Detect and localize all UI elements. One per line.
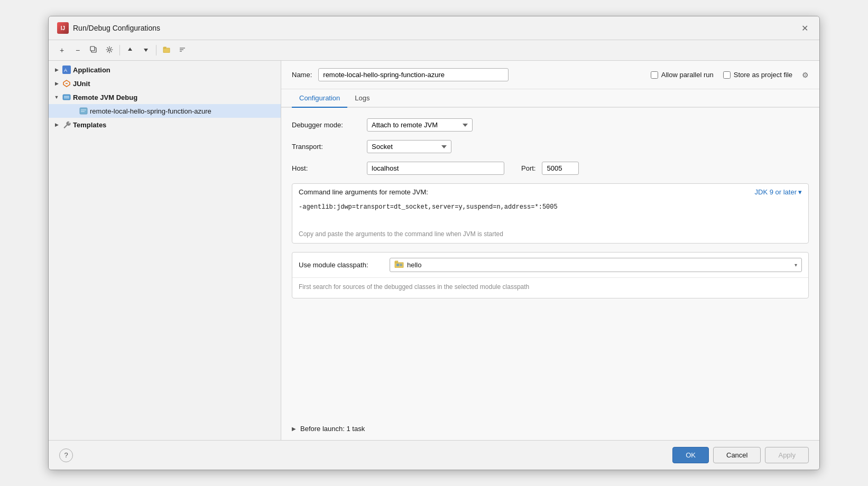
remote-config-icon — [79, 107, 88, 115]
apply-button[interactable]: Apply — [765, 447, 809, 463]
store-as-project-gear-icon[interactable]: ⚙ — [802, 71, 809, 79]
module-classpath-row: Use module classpath: hello — [292, 253, 808, 278]
move-down-button[interactable] — [139, 43, 153, 57]
tab-configuration[interactable]: Configuration — [292, 89, 347, 108]
templates-arrow-icon — [53, 121, 60, 128]
transport-select[interactable]: Socket Shared memory — [367, 140, 451, 153]
bottom-buttons: OK Cancel Apply — [672, 447, 809, 463]
before-launch-section[interactable]: ▶ Before launch: 1 task — [281, 417, 819, 440]
add-icon: + — [60, 46, 64, 54]
templates-label: Templates — [73, 121, 106, 129]
allow-parallel-label[interactable]: Allow parallel run — [651, 71, 714, 79]
host-input[interactable] — [367, 162, 504, 175]
move-down-icon — [143, 46, 149, 54]
name-field-label: Name: — [292, 71, 312, 79]
host-port-row: Host: Port: — [292, 162, 809, 175]
app-logo-icon: IJ — [57, 22, 69, 34]
remote-jvm-icon — [62, 93, 71, 101]
junit-icon — [62, 79, 71, 88]
junit-label: JUnit — [73, 80, 90, 88]
remove-icon: − — [76, 46, 80, 54]
bottom-bar: ? OK Cancel Apply — [49, 440, 819, 470]
toolbar: + − — [49, 40, 819, 61]
sort-button[interactable] — [176, 43, 189, 57]
sort-icon — [179, 46, 186, 55]
jdk-version-link[interactable]: JDK 9 or later ▾ — [755, 188, 802, 196]
svg-rect-17 — [400, 264, 402, 266]
sidebar-item-application[interactable]: A Application — [49, 63, 281, 77]
ok-button[interactable]: OK — [672, 447, 709, 463]
sidebar-item-remote-config[interactable]: remote-local-hello-spring-function-azure — [49, 104, 281, 118]
cancel-button[interactable]: Cancel — [713, 447, 761, 463]
toolbar-separator-2 — [156, 45, 156, 55]
move-up-button[interactable] — [123, 43, 137, 57]
main-content: A Application JUnit — [49, 61, 819, 440]
title-bar: IJ Run/Debug Configurations ✕ — [49, 16, 819, 40]
move-up-icon — [127, 46, 133, 54]
port-input[interactable] — [542, 162, 579, 175]
host-label: Host: — [292, 164, 361, 172]
cmdargs-section: Command line arguments for remote JVM: J… — [292, 183, 809, 244]
configuration-tree: A Application JUnit — [49, 61, 281, 440]
cmdargs-header: Command line arguments for remote JVM: J… — [292, 184, 808, 198]
before-launch-label: Before launch: 1 task — [300, 425, 365, 433]
run-debug-dialog: IJ Run/Debug Configurations ✕ + − — [48, 16, 820, 470]
store-as-project-label[interactable]: Store as project file — [723, 71, 792, 79]
remote-config-label: remote-local-hello-spring-function-azure — [90, 107, 211, 115]
sidebar-item-junit[interactable]: JUnit — [49, 77, 281, 90]
junit-arrow-icon — [53, 80, 60, 87]
settings-button[interactable] — [103, 43, 116, 57]
transport-label: Transport: — [292, 143, 361, 151]
store-as-project-checkbox[interactable] — [723, 71, 731, 79]
sidebar-item-templates[interactable]: Templates — [49, 118, 281, 132]
application-arrow-icon — [53, 66, 60, 73]
module-classpath-section: Use module classpath: hello — [292, 252, 809, 298]
wrench-icon — [62, 120, 71, 129]
debugger-mode-row: Debugger mode: Attach to remote JVM List… — [292, 118, 809, 132]
title-bar-left: IJ Run/Debug Configurations — [57, 22, 160, 34]
close-button[interactable]: ✕ — [798, 22, 811, 34]
cmdargs-label: Command line arguments for remote JVM: — [299, 188, 428, 196]
dialog-title: Run/Debug Configurations — [73, 24, 160, 32]
module-dropdown-arrow-icon: ▾ — [795, 262, 797, 268]
sidebar-item-remote-jvm[interactable]: Remote JVM Debug — [49, 90, 281, 104]
module-classpath-hint: First search for sources of the debugged… — [292, 278, 808, 298]
cmdargs-textarea[interactable]: -agentlib:jdwp=transport=dt_socket,serve… — [292, 198, 808, 226]
svg-rect-13 — [80, 108, 87, 114]
chevron-down-icon: ▾ — [798, 188, 802, 196]
remote-jvm-label: Remote JVM Debug — [73, 94, 137, 101]
application-icon: A — [62, 66, 71, 74]
cmdargs-hint: Copy and paste the arguments to the comm… — [292, 227, 808, 243]
before-launch-arrow-icon: ▶ — [292, 426, 296, 432]
allow-parallel-checkbox[interactable] — [651, 71, 658, 79]
name-input[interactable] — [318, 68, 509, 81]
folder-button[interactable] — [160, 43, 173, 57]
svg-rect-11 — [64, 96, 69, 99]
debugger-mode-select[interactable]: Attach to remote JVM Listen to remote JV… — [367, 118, 473, 132]
module-classpath-value: hello — [407, 261, 791, 269]
help-button[interactable]: ? — [59, 448, 73, 462]
svg-text:A: A — [64, 68, 67, 73]
remote-jvm-arrow-icon — [53, 94, 60, 101]
copy-icon — [90, 46, 97, 55]
application-label: Application — [73, 66, 110, 74]
settings-icon — [106, 46, 113, 55]
remove-configuration-button[interactable]: − — [71, 43, 85, 57]
svg-rect-1 — [90, 46, 95, 51]
checkbox-group: Allow parallel run Store as project file… — [651, 71, 809, 79]
add-configuration-button[interactable]: + — [55, 43, 69, 57]
tabs-row: Configuration Logs — [281, 89, 819, 108]
folder-icon — [163, 46, 170, 54]
tab-logs[interactable]: Logs — [347, 89, 377, 108]
toolbar-separator-1 — [119, 45, 120, 55]
copy-configuration-button[interactable] — [87, 43, 100, 57]
module-classpath-label: Use module classpath: — [299, 261, 383, 269]
right-panel: Name: Allow parallel run Store as projec… — [281, 61, 819, 440]
config-panel: Debugger mode: Attach to remote JVM List… — [281, 108, 819, 417]
module-folder-icon — [394, 260, 404, 269]
port-label: Port: — [521, 164, 535, 172]
debugger-mode-label: Debugger mode: — [292, 121, 361, 129]
module-classpath-select[interactable]: hello ▾ — [390, 258, 802, 272]
svg-point-2 — [108, 49, 110, 51]
transport-row: Transport: Socket Shared memory — [292, 140, 809, 153]
